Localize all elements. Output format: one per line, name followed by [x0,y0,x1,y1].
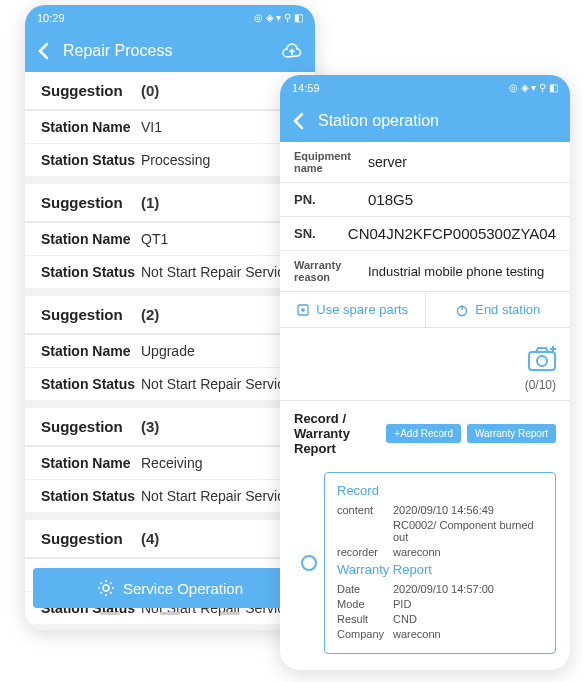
status-bar: 14:59 ◎ ◈ ▾ ⚲ ◧ [280,75,570,100]
station-status-label: Station Status [41,152,141,168]
status-icons: ◎ ◈ ▾ ⚲ ◧ [254,12,303,23]
photo-upload-area[interactable]: (0/10) [280,328,570,400]
photo-count: (0/10) [294,378,556,392]
power-icon [455,303,469,317]
record-content-detail: RC0002/ Component burned out [393,519,543,543]
record-content-time: 2020/09/10 14:56:49 [393,504,543,516]
warranty-report-subtitle: Warranty Report [337,562,543,577]
warranty-reason-label: Warranty reason [294,259,368,283]
svg-point-4 [537,356,547,366]
status-time: 10:29 [37,12,65,24]
wr-date: 2020/09/10 14:57:00 [393,583,543,595]
spare-parts-icon [296,303,310,317]
wr-company: wareconn [393,628,543,640]
status-time: 14:59 [292,82,320,94]
sn-label: SN. [294,226,348,241]
equipment-name: server [368,154,556,170]
sn-value: CN04JN2KFCP0005300ZYA04 [348,225,556,242]
record-recorder: wareconn [393,546,543,558]
warranty-reason: Industrial mobile phone testing [368,264,556,279]
pn-label: PN. [294,192,368,207]
end-station-button[interactable]: End station [426,292,571,327]
android-nav-bar [25,612,315,626]
suggestion-index: (0) [141,82,299,99]
record-section-title: Record / Warranty Report [294,411,380,456]
svg-point-0 [103,585,109,591]
back-icon[interactable] [292,112,306,130]
suggestion-label: Suggestion [41,82,141,99]
suggestion-group[interactable]: Suggestion(3) Station NameReceiving Stat… [25,408,315,512]
suggestion-group[interactable]: Suggestion(2) Station NameUpgrade Statio… [25,296,315,400]
repair-list: Suggestion(0) Station NameVI1 Station St… [25,72,315,630]
record-subtitle: Record [337,483,543,498]
wr-mode: PID [393,598,543,610]
station-name-label: Station Name [41,119,141,135]
app-header: Station operation [280,100,570,142]
status-bar: 10:29 ◎ ◈ ▾ ⚲ ◧ [25,5,315,30]
station-info: Equipment nameserver PN.018G5 SN.CN04JN2… [280,142,570,292]
action-bar: Use spare parts End station [280,292,570,328]
station-name: VI1 [141,119,299,135]
page-title: Repair Process [63,42,281,60]
record-header: Record / Warranty Report +Add Record War… [280,400,570,466]
status-icons: ◎ ◈ ▾ ⚲ ◧ [509,82,558,93]
phone-station-operation: 14:59 ◎ ◈ ▾ ⚲ ◧ Station operation Equipm… [280,75,570,670]
camera-icon [526,344,556,370]
record-card[interactable]: Record content2020/09/10 14:56:49 RC0002… [324,472,556,654]
suggestion-group[interactable]: Suggestion(0) Station NameVI1 Station St… [25,72,315,176]
add-record-button[interactable]: +Add Record [386,424,461,443]
wr-result: CND [393,613,543,625]
back-icon[interactable] [37,42,51,60]
gear-icon [97,579,115,597]
suggestion-group[interactable]: Suggestion(1) Station NameQT1 Station St… [25,184,315,288]
use-spare-parts-button[interactable]: Use spare parts [280,292,426,327]
page-title: Station operation [318,112,558,130]
svg-rect-3 [529,352,555,370]
equipment-name-label: Equipment name [294,150,368,174]
phone-repair-process: 10:29 ◎ ◈ ▾ ⚲ ◧ Repair Process Suggestio… [25,5,315,630]
service-operation-button[interactable]: Service Operation [33,568,307,608]
service-operation-label: Service Operation [123,580,243,597]
pn-value: 018G5 [368,191,556,208]
cloud-upload-icon[interactable] [281,43,303,59]
app-header: Repair Process [25,30,315,72]
station-status: Processing [141,152,299,168]
warranty-report-button[interactable]: Warranty Report [467,424,556,443]
